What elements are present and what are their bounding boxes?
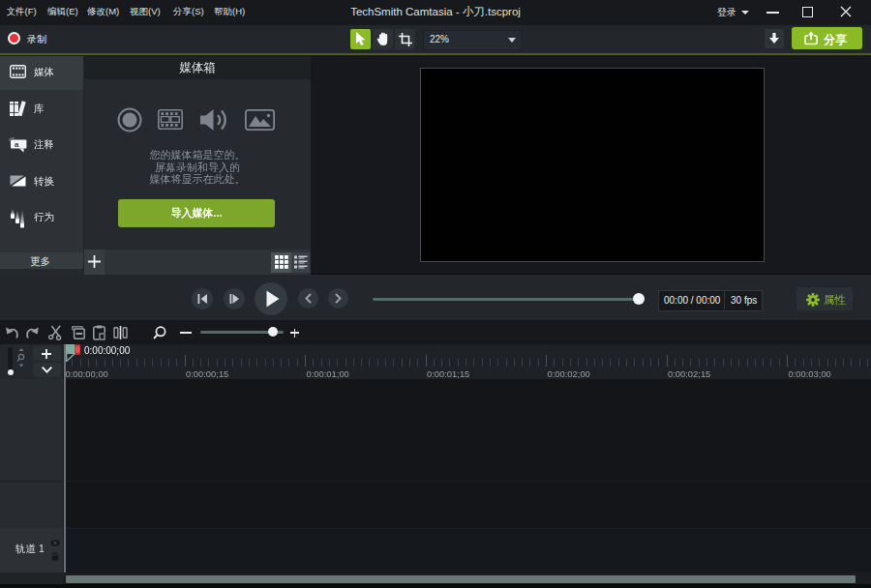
svg-text:a: a bbox=[15, 140, 19, 149]
